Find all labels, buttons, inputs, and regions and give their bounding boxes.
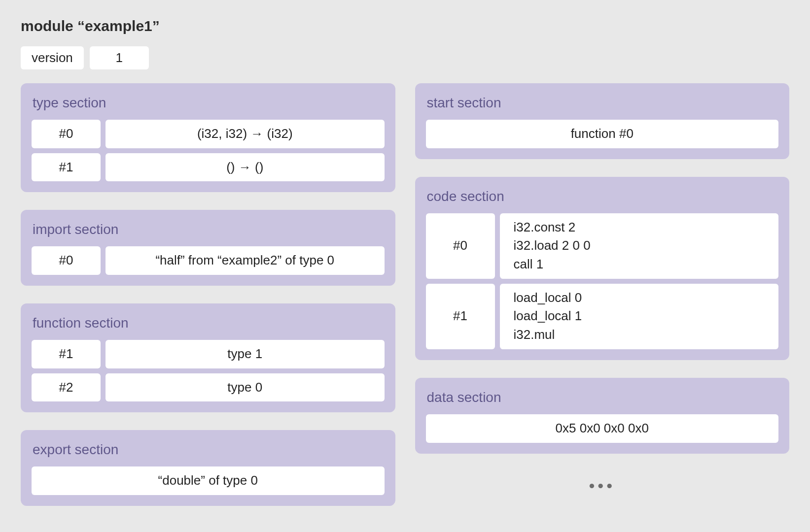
type-row: #1 () → ()	[32, 153, 385, 182]
export-row: “double” of type 0	[32, 466, 385, 495]
code-line: i32.load 2 0 0	[514, 236, 772, 255]
code-line: i32.mul	[514, 326, 772, 344]
function-row: #2 type 0	[32, 373, 385, 402]
code-section: code section #0 i32.const 2 i32.load 2 0…	[415, 177, 790, 360]
type-signature: () → ()	[106, 153, 385, 182]
code-line: i32.const 2	[514, 218, 772, 237]
start-desc: function #0	[426, 120, 779, 148]
row-index: #2	[32, 373, 101, 402]
section-title: function section	[33, 315, 384, 331]
section-title: code section	[427, 189, 778, 204]
code-line: load_local 1	[514, 307, 772, 326]
data-row: 0x5 0x0 0x0 0x0	[426, 414, 779, 443]
function-row: #1 type 1	[32, 340, 385, 368]
code-body: load_local 0 load_local 1 i32.mul	[500, 284, 779, 349]
row-index: #0	[32, 120, 101, 148]
code-line: call 1	[514, 255, 772, 274]
section-title: export section	[33, 442, 384, 458]
start-row: function #0	[426, 120, 779, 148]
section-title: type section	[33, 95, 384, 111]
code-body: i32.const 2 i32.load 2 0 0 call 1	[500, 213, 779, 279]
row-index: #1	[426, 284, 495, 349]
import-section: import section #0 “half” from “example2”…	[21, 210, 395, 286]
module-title: module “example1”	[21, 18, 789, 34]
section-title: import section	[33, 222, 384, 237]
version-value: 1	[90, 46, 149, 69]
left-column: type section #0 (i32, i32) → (i32) #1 ()…	[21, 83, 395, 506]
row-index: #0	[426, 213, 495, 279]
export-section: export section “double” of type 0	[21, 430, 395, 506]
version-label: version	[21, 46, 84, 69]
data-desc: 0x5 0x0 0x0 0x0	[426, 414, 779, 443]
function-desc: type 0	[106, 373, 385, 402]
code-row: #0 i32.const 2 i32.load 2 0 0 call 1	[426, 213, 779, 279]
type-section: type section #0 (i32, i32) → (i32) #1 ()…	[21, 83, 395, 192]
type-row: #0 (i32, i32) → (i32)	[32, 120, 385, 148]
export-desc: “double” of type 0	[32, 466, 385, 495]
version-row: version 1	[21, 46, 789, 69]
section-title: data section	[427, 390, 778, 405]
function-desc: type 1	[106, 340, 385, 368]
code-line: load_local 0	[514, 289, 772, 307]
function-section: function section #1 type 1 #2 type 0	[21, 303, 395, 412]
data-section: data section 0x5 0x0 0x0 0x0	[415, 378, 790, 454]
row-index: #1	[32, 340, 101, 368]
code-row: #1 load_local 0 load_local 1 i32.mul	[426, 284, 779, 349]
ellipsis-icon: •••	[415, 476, 790, 496]
row-index: #1	[32, 153, 101, 182]
import-desc: “half” from “example2” of type 0	[106, 246, 385, 275]
right-column: start section function #0 code section #…	[415, 83, 790, 506]
section-title: start section	[427, 95, 778, 111]
type-signature: (i32, i32) → (i32)	[106, 120, 385, 148]
import-row: #0 “half” from “example2” of type 0	[32, 246, 385, 275]
start-section: start section function #0	[415, 83, 790, 159]
row-index: #0	[32, 246, 101, 275]
